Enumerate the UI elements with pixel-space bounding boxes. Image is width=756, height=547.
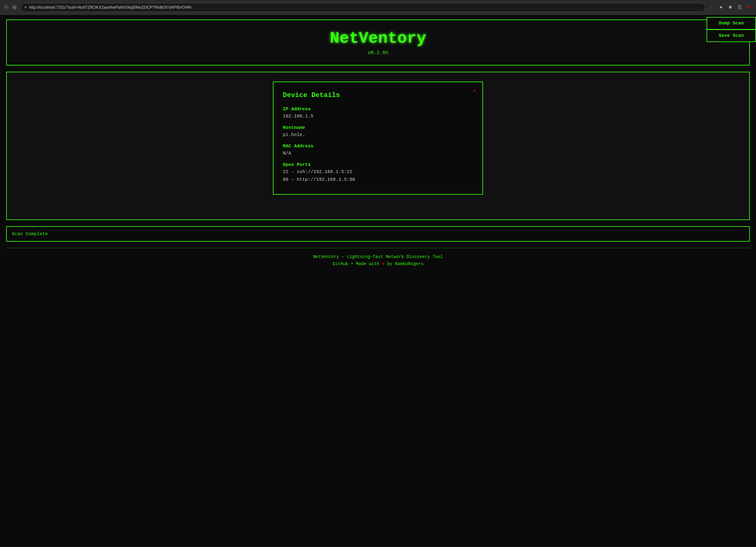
device-card-title: Device Details (283, 91, 473, 99)
mac-address-value: N/A (283, 151, 473, 156)
device-card: Device Details ✕ IP Address 192.168.1.5 … (273, 82, 483, 195)
menu-icon[interactable]: ☰ (736, 4, 743, 11)
address-bar[interactable]: ● http://localhost:7331/?auth=ftu8TZflCl… (20, 3, 705, 12)
lock-icon: ● (24, 5, 27, 10)
save-scan-button[interactable]: Save Scan (707, 29, 756, 42)
url-text: http://localhost:7331/?auth=ftu8TZflClKX… (29, 5, 191, 10)
header-section: NetVentory v0.2.0n (6, 19, 750, 66)
footer-line1: NetVentory – Lightning-fast Network Disc… (6, 254, 750, 259)
app-version: v0.2.0n (13, 50, 743, 56)
reload-button[interactable]: ↻ (12, 5, 17, 10)
app-title: NetVentory (13, 29, 743, 48)
port-22-link[interactable]: 22 – ssh://192.168.1.5:22 (283, 169, 473, 175)
browser-extras: ☆ ● ■ ☰ ⚑ (708, 4, 752, 11)
browser-chrome: ← ↻ ● http://localhost:7331/?auth=ftu8TZ… (0, 0, 756, 15)
status-bar: Scan Complete (6, 226, 750, 242)
back-button[interactable]: ← (4, 5, 9, 10)
hostname-label: Hostname (283, 125, 473, 130)
status-text: Scan Complete (12, 231, 48, 237)
footer-line2: GitHub • Made with ❤ by RamboRogers (6, 261, 750, 266)
port-80-link[interactable]: 80 – http://192.168.1.5:80 (283, 177, 473, 182)
footer-line2-prefix: GitHub • Made with (333, 261, 379, 266)
footer: NetVentory – Lightning-fast Network Disc… (6, 254, 750, 276)
footer-line2-suffix: by RamboRogers (387, 261, 423, 266)
mac-address-label: MAC Address (283, 144, 473, 149)
main-content: NetVentory v0.2.0n Device Details ✕ IP A… (0, 15, 756, 282)
hostname-value: pi.hole. (283, 132, 473, 138)
browser-controls: ← ↻ (4, 5, 17, 10)
dump-scan-button[interactable]: Dump Scan (707, 17, 756, 29)
heart-icon: ❤ (382, 261, 384, 266)
ip-address-value: 192.168.1.5 (283, 114, 473, 119)
open-ports-label: Open Ports (283, 162, 473, 167)
top-buttons: Dump Scan Save Scan (707, 17, 756, 42)
device-section: Device Details ✕ IP Address 192.168.1.5 … (6, 72, 750, 220)
close-button[interactable]: ✕ (473, 87, 476, 94)
profile-icon[interactable]: ● (718, 4, 724, 11)
star-icon[interactable]: ☆ (708, 4, 715, 11)
flag-icon: ⚑ (745, 4, 752, 11)
extensions-icon[interactable]: ■ (727, 4, 734, 11)
ip-address-label: IP Address (283, 107, 473, 112)
